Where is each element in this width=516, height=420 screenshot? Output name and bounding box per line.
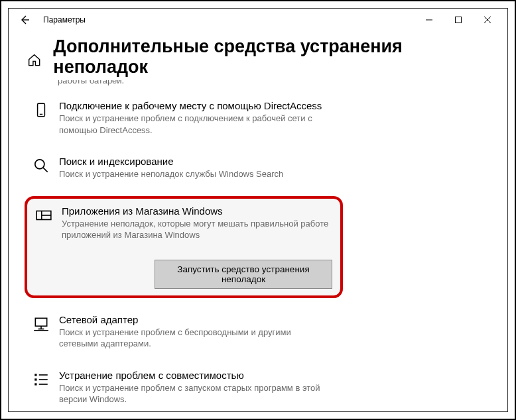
troubleshooter-title: Устранение проблем с совместимостью: [59, 370, 484, 381]
settings-window: Параметры Дополнительные средства устран…: [8, 8, 508, 412]
troubleshooter-title: Подключение к рабочему месту с помощью D…: [59, 100, 484, 111]
svg-line-8: [43, 168, 48, 172]
highlighted-selection: Приложения из Магазина Windows Устранени…: [25, 196, 343, 298]
minimize-button[interactable]: [415, 10, 444, 30]
troubleshooter-network-adapter[interactable]: Сетевой адаптер Поиск и устранение пробл…: [27, 310, 489, 354]
svg-rect-20: [34, 383, 36, 385]
maximize-icon: [455, 17, 462, 23]
troubleshooter-title: Сетевой адаптер: [59, 314, 484, 325]
maximize-button[interactable]: [444, 10, 473, 30]
svg-rect-16: [34, 374, 36, 376]
troubleshooter-list: Подключение к рабочему месту с помощью D…: [27, 96, 489, 409]
troubleshooter-desc: Поиск и устранение проблем с подключение…: [59, 113, 331, 136]
svg-rect-2: [456, 17, 462, 23]
troubleshooter-title: Поиск и индексирование: [59, 156, 484, 167]
troubleshooter-title: Приложения из Магазина Windows: [62, 205, 332, 217]
svg-point-7: [35, 160, 44, 169]
device-icon: [32, 101, 50, 119]
clipped-previous-item-desc: работы батареи.: [58, 80, 489, 85]
window-title: Параметры: [43, 15, 86, 25]
close-button[interactable]: [473, 10, 502, 30]
svg-rect-18: [34, 378, 36, 380]
svg-rect-12: [35, 318, 46, 326]
content-area: работы батареи. Подключение к рабочему м…: [9, 80, 507, 412]
back-button[interactable]: [14, 9, 35, 30]
compatibility-icon: [32, 371, 50, 388]
titlebar: Параметры: [9, 9, 507, 31]
troubleshooter-desc: Поиск и устранение проблем с беспроводны…: [59, 327, 331, 350]
close-icon: [484, 17, 491, 23]
run-troubleshooter-button[interactable]: Запустить средство устранения неполадок: [155, 260, 332, 289]
minimize-icon: [426, 17, 432, 23]
store-apps-icon: [35, 207, 52, 224]
page-title: Дополнительные средства устранения непол…: [53, 36, 489, 78]
home-icon[interactable]: [27, 53, 41, 68]
arrow-left-icon: [19, 15, 30, 25]
page-header: Дополнительные средства устранения непол…: [9, 31, 507, 80]
search-icon: [32, 157, 50, 174]
network-adapter-icon: [32, 315, 50, 333]
troubleshooter-desc: Устранение неполадок, которые могут меша…: [62, 218, 332, 241]
troubleshooter-search[interactable]: Поиск и индексирование Поиск и устранени…: [27, 152, 489, 184]
troubleshooter-desc: Поиск и устранение проблем с запуском ст…: [59, 382, 331, 405]
troubleshooter-compatibility[interactable]: Устранение проблем с совместимостью Поис…: [27, 366, 489, 409]
troubleshooter-directaccess[interactable]: Подключение к рабочему месту с помощью D…: [27, 96, 489, 140]
troubleshooter-desc: Поиск и устранение неполадок службы Wind…: [59, 168, 331, 180]
troubleshooter-windows-store-apps[interactable]: Приложения из Магазина Windows Устранени…: [32, 205, 335, 289]
